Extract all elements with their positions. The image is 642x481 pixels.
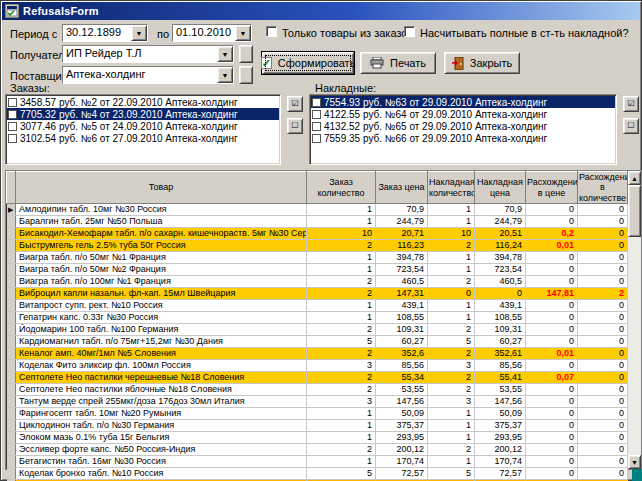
refusals-window: { "window": { "title": "RefusalsForm" },… <box>0 0 642 481</box>
only-ordered-checkbox[interactable] <box>266 26 277 37</box>
order-item[interactable]: 3458.57 руб. №2 от 22.09.2010 Аптека-хол… <box>7 96 279 108</box>
orders-uncheck-all-button[interactable]: ☐ <box>287 118 303 134</box>
order-item[interactable]: 3077.46 руб. №5 от 24.09.2010 Аптека-хол… <box>7 120 279 132</box>
checkbox-icon[interactable] <box>312 134 321 143</box>
checkbox-icon[interactable] <box>312 110 321 119</box>
table-row[interactable]: Баралгин табл. 25мг №50 Польша1244,79124… <box>7 216 628 228</box>
table-row[interactable]: Элоком мазь 0.1% туба 15г Бельгия1293,95… <box>7 432 628 444</box>
checkbox-icon[interactable] <box>8 134 17 143</box>
orders-check-all-button[interactable]: ☑ <box>287 96 303 112</box>
receiver-more-button[interactable] <box>239 45 253 63</box>
period-from-dropdown-button[interactable]: ▼ <box>131 25 147 41</box>
order-item[interactable]: ✓7705.32 руб. №4 от 23.09.2010 Аптека-хо… <box>7 108 279 120</box>
column-header[interactable]: Накладная количество <box>428 172 475 204</box>
column-header[interactable] <box>7 172 16 204</box>
checkbox-icon[interactable]: ✓ <box>8 110 17 119</box>
invoice-price-cell: 147,56 <box>475 396 526 408</box>
orders-checklist[interactable]: 3458.57 руб. №2 от 22.09.2010 Аптека-хол… <box>5 94 281 165</box>
period-to-value[interactable]: 01.10.2010 <box>173 25 235 41</box>
table-row[interactable]: Коделак бронхо табл. №10 Россия572,57572… <box>7 468 628 480</box>
order-price-cell: 439,1 <box>376 300 428 312</box>
full-invoice-checkbox[interactable] <box>404 26 415 37</box>
column-header[interactable]: Расхождения в количестве <box>578 172 628 204</box>
price-diff-cell: 147,81 <box>526 288 578 300</box>
invoice-qty-cell: 5 <box>428 336 475 348</box>
qty-diff-cell: 0 <box>578 348 628 360</box>
title-bar[interactable]: RefusalsForm <box>2 2 640 20</box>
supplier-value[interactable]: Аптека-холдинг <box>63 67 217 83</box>
table-row[interactable]: Септолете Нео пастилки яблочные №18 Слов… <box>7 384 628 396</box>
order-item[interactable]: 3102.54 руб. №6 от 27.09.2010 Аптека-хол… <box>7 132 279 144</box>
table-row[interactable]: Бисакодил-Хемофарм табл. п/о сахарн. киш… <box>7 228 628 240</box>
scrollbar-thumb[interactable] <box>628 185 641 237</box>
invoice-qty-cell: 1 <box>428 312 475 324</box>
supplier-more-button[interactable] <box>239 66 253 84</box>
order-qty-cell: 1 <box>307 312 376 324</box>
table-row[interactable]: Виброцил капли назальн. фл-кап. 15мл Шве… <box>7 288 628 300</box>
table-row[interactable]: Виагра табл. п/о 50мг №1 Франция1394,781… <box>7 252 628 264</box>
table-row[interactable]: Фарингосепт табл. 10мг №20 Румыния150,09… <box>7 408 628 420</box>
supplier-combobox[interactable]: Аптека-холдинг ▼ <box>62 66 234 84</box>
receiver-value[interactable]: ИП Рейдер Т.Л <box>63 46 217 62</box>
print-button[interactable]: Печать <box>360 52 436 74</box>
scrollbar-track[interactable] <box>628 185 641 455</box>
period-from-field[interactable]: 30.12.1899 ▼ <box>62 24 148 42</box>
row-selector-cell <box>7 324 16 336</box>
price-diff-cell: 0 <box>526 252 578 264</box>
order-price-cell: 394,78 <box>376 252 428 264</box>
table-row[interactable]: Кардиомагнил табл. п/о 75мг+15,2мг №30 Д… <box>7 336 628 348</box>
price-diff-cell: 0 <box>526 312 578 324</box>
table-row[interactable]: Йодомарин 100 табл. №100 Германия2109,31… <box>7 324 628 336</box>
invoices-uncheck-all-button[interactable]: ☐ <box>623 118 639 134</box>
invoice-item[interactable]: 7559.35 руб. №66 от 29.09.2010 Аптека-хо… <box>311 132 615 144</box>
invoice-item[interactable]: 4132.52 руб. №65 от 29.09.2010 Аптека-хо… <box>311 120 615 132</box>
product-cell: Гепатрин капс. 0.33г №30 Россия <box>16 312 307 324</box>
chevron-down-icon[interactable]: ▼ <box>235 25 251 41</box>
table-row[interactable]: Бетагистин табл. 16мг №30 Россия1170,741… <box>7 456 628 468</box>
column-header[interactable]: Расхождения в цене <box>526 172 578 204</box>
chevron-down-icon: ▼ <box>222 51 229 58</box>
table-row[interactable]: Быструмгель гель 2.5% туба 50г Россия211… <box>7 240 628 252</box>
table-row[interactable]: Эссливер форте капс. №50 Россия-Индия220… <box>7 444 628 456</box>
checkbox-icon[interactable]: ✓ <box>312 98 321 107</box>
supplier-dropdown-button[interactable]: ▼ <box>217 67 233 83</box>
price-diff-cell: 0 <box>526 204 578 216</box>
grid-vertical-scrollbar[interactable]: ▲ ▼ <box>628 171 641 469</box>
table-header-row: ТоварЗаказ количествоЗаказ ценаНакладная… <box>7 172 628 204</box>
invoice-item[interactable]: ✓7554.93 руб. №63 от 29.09.2010 Аптека-х… <box>311 96 615 108</box>
period-to-field[interactable]: 01.10.2010 ▼ <box>172 24 252 42</box>
table-row[interactable]: Тантум верде спрей 255мкг/доза 176доз 30… <box>7 396 628 408</box>
row-selector-cell <box>7 468 16 480</box>
table-row[interactable]: Витапрост супп. рект. №10 Россия1439,114… <box>7 300 628 312</box>
table-row[interactable]: Септолете Нео пастилки черешневые №18 Сл… <box>7 372 628 384</box>
scroll-up-button[interactable]: ▲ <box>628 171 641 185</box>
receiver-combobox[interactable]: ИП Рейдер Т.Л ▼ <box>62 45 234 63</box>
invoices-check-all-button[interactable]: ☑ <box>623 96 639 112</box>
table-row[interactable]: Кеналог амп. 40мг/1мл №5 Словения2352,62… <box>7 348 628 360</box>
product-cell: Амлодипин табл. 10мг №30 Россия <box>16 204 307 216</box>
table-row[interactable]: Виагра табл. п/о 100мг №1 Франция2460,52… <box>7 276 628 288</box>
checkbox-icon[interactable] <box>8 98 17 107</box>
close-button[interactable]: Закрыть <box>444 52 520 74</box>
column-header-product[interactable]: Товар <box>16 172 307 204</box>
table-row[interactable]: Виагра табл. п/о 50мг №2 Франция1723,541… <box>7 264 628 276</box>
period-from-value[interactable]: 30.12.1899 <box>63 25 131 41</box>
invoices-checklist[interactable]: ✓7554.93 руб. №63 от 29.09.2010 Аптека-х… <box>309 94 617 165</box>
column-header[interactable]: Заказ количество <box>307 172 376 204</box>
table-row[interactable]: Коделак Фито эликсир фл. 100мл Россия385… <box>7 360 628 372</box>
price-diff-cell: 0 <box>526 396 578 408</box>
column-header[interactable]: Заказ цена <box>376 172 428 204</box>
invoice-item[interactable]: 4122.55 руб. №64 от 29.09.2010 Аптека-хо… <box>311 108 615 120</box>
row-selector-cell <box>7 348 16 360</box>
invoice-price-cell: 460,5 <box>475 276 526 288</box>
table-row[interactable]: Гепатрин капс. 0.33г №30 Россия1108,5511… <box>7 312 628 324</box>
scroll-down-button[interactable]: ▼ <box>628 455 641 469</box>
checkbox-icon[interactable] <box>312 122 321 131</box>
price-diff-cell: 0 <box>526 444 578 456</box>
column-header[interactable]: Накладная цена <box>475 172 526 204</box>
checkbox-icon[interactable] <box>8 122 17 131</box>
generate-button[interactable]: ✓ Сформировать <box>262 52 354 74</box>
table-row[interactable]: Циклодинон табл. п/о №30 Германия1375,37… <box>7 420 628 432</box>
table-row[interactable]: ▶Амлодипин табл. 10мг №30 Россия170,9170… <box>7 204 628 216</box>
receiver-dropdown-button[interactable]: ▼ <box>217 46 233 62</box>
